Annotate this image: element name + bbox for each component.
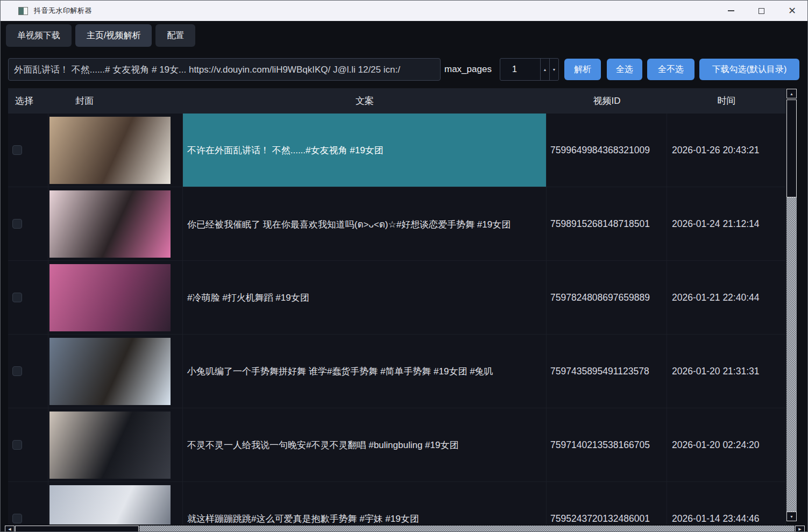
table-row: 不许在外面乱讲话！ 不然......#女友视角 #19女团 7599649984… <box>8 114 786 187</box>
chevron-up-icon: ▲ <box>543 68 547 72</box>
select-cell <box>8 408 48 481</box>
video-id-cell[interactable]: 7599649984368321009 <box>547 114 667 187</box>
select-cell <box>8 187 48 260</box>
video-id-cell[interactable]: 7597824808697659889 <box>547 261 667 334</box>
horizontal-scrollbar-thumb[interactable] <box>15 526 139 532</box>
chevron-down-icon: ▼ <box>552 68 556 72</box>
cover-cell <box>48 335 183 408</box>
table-row: 小兔叽编了一个手势舞拼好舞 谁学#蠢货手势舞 #简单手势舞 #19女团 #兔叽 … <box>8 335 786 408</box>
window-controls: ✕ <box>715 1 807 21</box>
spinner-down-button[interactable]: ▼ <box>549 59 558 80</box>
caption-cell[interactable]: 小兔叽编了一个手势舞拼好舞 谁学#蠢货手势舞 #简单手势舞 #19女团 #兔叽 <box>183 335 547 408</box>
select-cell <box>8 482 48 524</box>
scroll-right-button[interactable]: ▶ <box>795 526 805 532</box>
caption-cell[interactable]: 你已经被我催眠了 现在你最喜欢我知道吗(ด>ᴗ<ด)☆#好想谈恋爱手势舞 #19… <box>183 187 547 260</box>
close-button[interactable]: ✕ <box>777 1 807 21</box>
time-cell[interactable]: 2026-01-24 21:12:14 <box>667 187 786 260</box>
table-body: 不许在外面乱讲话！ 不然......#女友视角 #19女团 7599649984… <box>8 114 786 524</box>
spinner-up-button[interactable]: ▲ <box>540 59 549 80</box>
header-caption[interactable]: 文案 <box>183 88 547 114</box>
vertical-scrollbar-thumb[interactable] <box>786 100 797 197</box>
table-row: 就这样蹦蹦跳跳#这么可爱真是抱歉手势舞 #宇妹 #19女团 7595243720… <box>8 482 786 524</box>
cover-thumbnail[interactable] <box>49 117 171 184</box>
row-checkbox[interactable] <box>12 514 22 523</box>
app-window: 抖音无水印解析器 ✕ 单视频下载 主页/视频解析 配置 max_pages 1 … <box>0 0 808 532</box>
app-icon <box>18 7 28 15</box>
max-pages-label: max_pages <box>444 58 492 81</box>
header-video-id[interactable]: 视频ID <box>547 88 667 114</box>
row-checkbox[interactable] <box>12 293 22 302</box>
horizontal-scrollbar-track[interactable] <box>139 526 795 532</box>
cover-thumbnail[interactable] <box>49 485 171 525</box>
header-time[interactable]: 时间 <box>667 88 786 114</box>
cover-thumbnail[interactable] <box>49 190 171 258</box>
row-checkbox[interactable] <box>12 145 22 155</box>
select-cell <box>8 114 48 187</box>
row-checkbox[interactable] <box>12 366 22 376</box>
cover-cell <box>48 261 183 334</box>
tab-single-video-download[interactable]: 单视频下载 <box>6 24 72 47</box>
scroll-up-button[interactable]: ▲ <box>786 89 797 98</box>
cover-thumbnail[interactable] <box>49 264 171 331</box>
time-cell[interactable]: 2026-01-21 22:40:44 <box>667 261 786 334</box>
maximize-button[interactable] <box>746 1 777 21</box>
caption-cell[interactable]: #冷萌脸 #打火机舞蹈 #19女团 <box>183 261 547 334</box>
time-cell[interactable]: 2026-01-14 23:44:46 <box>667 482 786 524</box>
table-row: 不灵不灵一人给我说一句晚安#不灵不灵翻唱 #bulingbuling #19女团… <box>8 408 786 482</box>
cover-cell <box>48 114 183 187</box>
caption-cell[interactable]: 不灵不灵一人给我说一句晚安#不灵不灵翻唱 #bulingbuling #19女团 <box>183 408 547 481</box>
max-pages-value: 1 <box>500 59 540 80</box>
deselect-all-button[interactable]: 全不选 <box>647 59 694 80</box>
select-cell <box>8 335 48 408</box>
vertical-scrollbar-track[interactable] <box>786 197 797 512</box>
arrow-up-icon: ▲ <box>790 92 793 96</box>
video-id-cell[interactable]: 7597435895491123578 <box>547 335 667 408</box>
minimize-button[interactable] <box>715 1 746 21</box>
cover-thumbnail[interactable] <box>49 338 171 405</box>
row-checkbox[interactable] <box>12 440 22 450</box>
arrow-right-icon: ▶ <box>798 527 801 531</box>
tab-bar: 单视频下载 主页/视频解析 配置 <box>6 24 195 47</box>
cover-cell <box>48 408 183 481</box>
cover-cell <box>48 482 183 524</box>
table-row: #冷萌脸 #打火机舞蹈 #19女团 7597824808697659889 20… <box>8 261 786 335</box>
cover-thumbnail[interactable] <box>49 412 171 479</box>
download-selected-button[interactable]: 下载勾选(默认目录) <box>699 59 799 80</box>
arrow-down-icon: ▼ <box>790 515 793 519</box>
arrow-left-icon: ◀ <box>8 527 11 531</box>
table-header: 选择 封面 文案 视频ID 时间 <box>8 88 786 114</box>
scroll-down-button[interactable]: ▼ <box>786 512 797 521</box>
video-id-cell[interactable]: 7598915268148718501 <box>547 187 667 260</box>
close-icon: ✕ <box>788 5 796 17</box>
caption-cell[interactable]: 就这样蹦蹦跳跳#这么可爱真是抱歉手势舞 #宇妹 #19女团 <box>183 482 547 524</box>
url-input[interactable] <box>8 58 441 81</box>
maximize-icon <box>759 8 764 14</box>
tab-config[interactable]: 配置 <box>155 24 195 47</box>
table-row: 你已经被我催眠了 现在你最喜欢我知道吗(ด>ᴗ<ด)☆#好想谈恋爱手势舞 #19… <box>8 187 786 261</box>
cover-cell <box>48 187 183 260</box>
time-cell[interactable]: 2026-01-26 20:43:21 <box>667 114 786 187</box>
time-cell[interactable]: 2026-01-20 02:24:20 <box>667 408 786 481</box>
scroll-left-button[interactable]: ◀ <box>5 526 15 532</box>
titlebar: 抖音无水印解析器 ✕ <box>1 1 807 21</box>
header-select[interactable]: 选择 <box>8 88 48 114</box>
time-cell[interactable]: 2026-01-20 21:31:31 <box>667 335 786 408</box>
row-checkbox[interactable] <box>12 219 22 229</box>
header-cover[interactable]: 封面 <box>48 88 183 114</box>
tab-home-video-parse[interactable]: 主页/视频解析 <box>75 24 152 47</box>
max-pages-spinner[interactable]: 1 ▲ ▼ <box>500 58 559 81</box>
select-cell <box>8 261 48 334</box>
minimize-icon <box>728 10 734 11</box>
select-all-button[interactable]: 全选 <box>607 59 642 80</box>
video-id-cell[interactable]: 7595243720132486001 <box>547 482 667 524</box>
caption-cell[interactable]: 不许在外面乱讲话！ 不然......#女友视角 #19女团 <box>183 114 547 187</box>
parse-button[interactable]: 解析 <box>564 59 601 80</box>
window-title: 抖音无水印解析器 <box>34 6 92 16</box>
video-id-cell[interactable]: 7597140213538166705 <box>547 408 667 481</box>
